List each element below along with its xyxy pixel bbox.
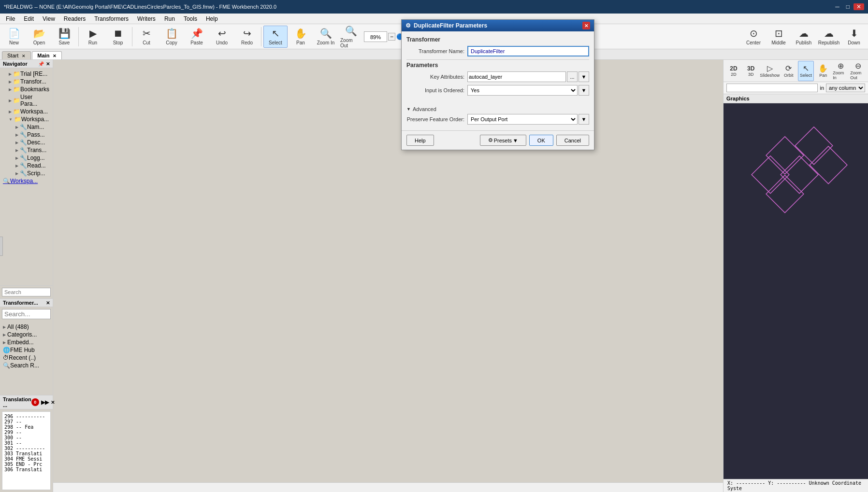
dialog-preserve-label: Preserve Feature Order: <box>406 116 464 122</box>
nav-item-bookmarks[interactable]: ▶ 📁 Bookmarks <box>2 85 51 93</box>
right-select-button[interactable]: ↖ Select <box>798 61 814 81</box>
toolbar-undo-button[interactable]: ↩ Undo <box>210 26 234 48</box>
right-pan-button[interactable]: ✋ Pan <box>815 61 831 81</box>
right-search-column-select[interactable]: any column <box>826 84 865 92</box>
toolbar-paste-button[interactable]: 📌 Paste <box>185 26 209 48</box>
menu-writers[interactable]: Writers <box>133 14 159 23</box>
toolbar-publish-button[interactable]: ☁ Publish <box>792 26 816 48</box>
trans-categ[interactable]: ▶ Categoris... <box>2 331 51 338</box>
nav-item-workspa2[interactable]: ▼ 📁 Workspa... <box>2 115 51 123</box>
nav-item-trial[interactable]: ▶ 📁 Trial [RE... <box>2 70 51 78</box>
window-controls[interactable]: ─ □ ✕ <box>832 3 864 10</box>
navigator-close-icon[interactable]: ✕ <box>46 61 50 67</box>
keyattr-dots-button[interactable]: ... <box>567 71 578 82</box>
right-zoomout-button[interactable]: ⊖ Zoom Out <box>850 61 866 81</box>
tab-start-close[interactable]: ✕ <box>22 54 26 58</box>
right-slideshow-button[interactable]: ▷ Slideshow <box>760 61 780 81</box>
toolbar-center-button[interactable]: ⊙ Center <box>741 26 766 48</box>
log-line-299: 299 -- <box>4 430 48 435</box>
toolbar-redo-button[interactable]: ↪ Redo <box>235 26 259 48</box>
keyattr-combo: ... ▼ <box>467 71 589 82</box>
dialog-ok-button[interactable]: OK <box>529 135 553 146</box>
menu-run[interactable]: Run <box>160 14 179 23</box>
navigator-pin-icon[interactable]: 📌 <box>38 61 44 67</box>
duplicate-filter-dialog[interactable]: ⚙ DuplicateFilter Parameters ✕ Transform… <box>401 19 594 150</box>
preserve-select[interactable]: Per Output Port <box>467 114 578 125</box>
dialog-presets-button[interactable]: ⚙ Presets ▼ <box>480 135 526 146</box>
menu-view[interactable]: View <box>39 14 59 23</box>
undo-icon: ↩ <box>218 28 226 39</box>
navigator-controls[interactable]: 📌 ✕ <box>38 61 50 67</box>
nav-item-userpara[interactable]: ▶ 📁 User Para... <box>2 93 51 108</box>
menu-tools[interactable]: Tools <box>180 14 201 23</box>
preserve-arrow-button[interactable]: ▼ <box>579 114 589 125</box>
dialog-help-button[interactable]: Help <box>406 135 434 146</box>
nav-item-trans[interactable]: ▶ 🔧 Trans... <box>2 146 51 154</box>
trans-recent[interactable]: ⏱ Recent (..) <box>2 354 51 362</box>
transformer-search-input[interactable] <box>2 309 51 319</box>
menu-readers[interactable]: Readers <box>60 14 89 23</box>
toolbar-stop-button[interactable]: ⏹ Stop <box>106 26 130 48</box>
toolbar-republish-button[interactable]: ☁ Republish <box>817 26 841 48</box>
tab-main-close[interactable]: ✕ <box>53 54 57 58</box>
menu-edit[interactable]: Edit <box>20 14 38 23</box>
nav-item-workspa1[interactable]: ▶ 📁 Workspa... <box>2 108 51 115</box>
error-expand-icon[interactable]: ▶▶ <box>41 399 49 406</box>
right-2d-button[interactable]: 2D 2D <box>725 61 742 81</box>
nav-item-scrip[interactable]: ▶ 🔧 Scrip... <box>2 169 51 177</box>
nav-folder-icon: 📁 <box>13 78 20 85</box>
nav-item-pass[interactable]: ▶ 🔧 Pass... <box>2 131 51 139</box>
toolbar-save-button[interactable]: 💾 Save <box>52 26 76 48</box>
ordered-select[interactable]: Yes No <box>467 85 578 96</box>
trans-search[interactable]: 🔍 Search R... <box>2 362 51 369</box>
dialog-close-button[interactable]: ✕ <box>582 22 590 29</box>
trans-fmehub[interactable]: 🌐 FME Hub <box>2 346 51 354</box>
nav-tri: ▶ <box>15 171 18 176</box>
trans-embed[interactable]: ▶ Embedd... <box>2 338 51 346</box>
transformer-close-icon[interactable]: ✕ <box>46 300 50 306</box>
transformer-name-input[interactable] <box>467 46 589 56</box>
zoom-value[interactable]: 89% <box>364 31 387 42</box>
right-zoomin-button[interactable]: ⊕ Zoom In <box>832 61 849 81</box>
advanced-header[interactable]: ▼ Advanced <box>406 106 589 112</box>
right-3d-button[interactable]: 3D 3D <box>743 61 759 81</box>
toolbar-open-button[interactable]: 📂 Open <box>27 26 51 48</box>
keyattr-arrow-button[interactable]: ▼ <box>579 71 589 82</box>
nav-item-workspa-link[interactable]: 🔍 Workspa... <box>2 177 51 185</box>
fmehub-icon: 🌐 <box>3 347 10 353</box>
toolbar-down-button[interactable]: ⬇ Down <box>842 26 866 48</box>
dialog-cancel-button[interactable]: Cancel <box>556 135 589 146</box>
zoom-minus-btn[interactable]: − <box>388 33 395 41</box>
minimize-btn[interactable]: ─ <box>832 3 842 10</box>
menu-transformers[interactable]: Transformers <box>90 14 132 23</box>
toolbar-middle-button[interactable]: ⊡ Middle <box>767 26 791 48</box>
navigator-search-input[interactable] <box>2 288 51 296</box>
nav-item-transfor[interactable]: ▶ 📁 Transfor... <box>2 78 51 85</box>
ordered-arrow-button[interactable]: ▼ <box>579 85 589 96</box>
trans-all[interactable]: ▶ All (488) <box>2 323 51 331</box>
toolbar-zoomin-button[interactable]: 🔍 Zoom In <box>314 26 338 48</box>
nav-item-icon: 🔧 <box>20 170 27 177</box>
nav-tri: ▶ <box>15 156 18 160</box>
tab-main[interactable]: Main ✕ <box>32 51 62 59</box>
nav-item-read[interactable]: ▶ 🔧 Read... <box>2 162 51 169</box>
toolbar-copy-button[interactable]: 📋 Copy <box>159 26 184 48</box>
right-orbit-button[interactable]: ⟳ Orbit <box>781 61 797 81</box>
toolbar-new-button[interactable]: 📄 New <box>2 26 26 48</box>
nav-item-desc[interactable]: ▶ 🔧 Desc... <box>2 139 51 146</box>
toolbar-zoomout-button[interactable]: 🔍 Zoom Out <box>339 26 363 48</box>
tab-start[interactable]: Start ✕ <box>2 51 31 59</box>
nav-item-nam[interactable]: ▶ 🔧 Nam... <box>2 123 51 131</box>
nav-item-logg[interactable]: ▶ 🔧 Logg... <box>2 154 51 162</box>
maximize-btn[interactable]: □ <box>843 3 853 10</box>
keyattr-input[interactable] <box>467 71 566 82</box>
toolbar-cut-button[interactable]: ✂ Cut <box>134 26 159 48</box>
toolbar-pan-button[interactable]: ✋ Pan <box>289 26 313 48</box>
close-btn[interactable]: ✕ <box>854 3 864 10</box>
menu-help[interactable]: Help <box>202 14 222 23</box>
toolbar-select-button[interactable]: ↖ Select <box>263 26 288 48</box>
right-search-input[interactable] <box>726 84 818 92</box>
toolbar-run-button[interactable]: ▶ Run <box>81 26 105 48</box>
right-panel-collapse[interactable]: ‹ <box>0 237 3 256</box>
menu-file[interactable]: File <box>2 14 19 23</box>
